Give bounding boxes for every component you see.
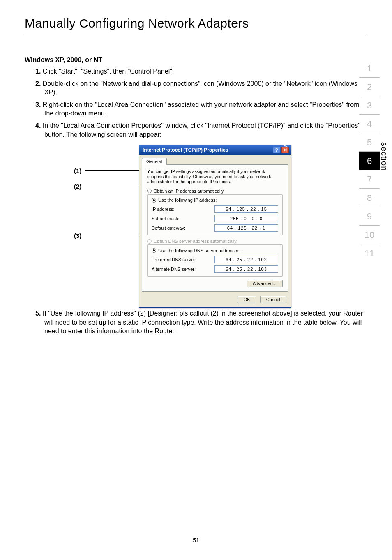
dns-group: Use the following DNS server addresses: … bbox=[147, 244, 283, 277]
callout-2: (2) bbox=[74, 183, 81, 189]
step-3-text: Right-click on the "Local Area Connectio… bbox=[41, 101, 359, 117]
callout-2-line bbox=[85, 186, 140, 186]
ip-group: Use the following IP address: IP address… bbox=[147, 194, 283, 236]
preferred-dns-field[interactable]: 64 . 25 . 22 . 102 bbox=[214, 256, 278, 263]
subnet-mask-field[interactable]: 255 . 0 . 0 . 0 bbox=[214, 215, 278, 222]
radio-use-dns-label: Use the following DNS server addresses: bbox=[158, 248, 241, 253]
radio-use-dns[interactable]: Use the following DNS server addresses: bbox=[150, 248, 242, 253]
radio-use-ip-label: Use the following IP address: bbox=[158, 198, 217, 203]
radio-icon bbox=[152, 198, 156, 203]
help-button[interactable]: ? bbox=[273, 147, 280, 153]
ok-button[interactable]: OK bbox=[238, 296, 256, 303]
advanced-button[interactable]: Advanced... bbox=[247, 280, 283, 287]
step-4-text: In the "Local Area Connection Properties… bbox=[41, 122, 360, 138]
step-3: 3. Right-click on the "Local Area Connec… bbox=[25, 100, 367, 118]
tabstrip: General bbox=[139, 155, 291, 164]
step-2-num: 2. bbox=[35, 80, 41, 87]
section-9[interactable]: 9 bbox=[359, 207, 380, 226]
tcpip-properties-dialog: Internet Protocol (TCP/IP) Properties ↖ … bbox=[139, 145, 291, 308]
step-1-text: Click "Start", "Settings", then "Control… bbox=[41, 68, 174, 75]
page-number: 51 bbox=[0, 537, 392, 544]
callout-1: (1) bbox=[74, 168, 81, 174]
step-3-num: 3. bbox=[35, 101, 41, 108]
page-title: Manually Configuring Network Adapters bbox=[25, 16, 367, 30]
steps-list-cont: 5. If "Use the following IP address" (2)… bbox=[25, 309, 367, 336]
callout-3: (3) bbox=[74, 233, 81, 239]
steps-list: 1. Click "Start", "Settings", then "Cont… bbox=[25, 67, 367, 139]
step-4: 4. In the "Local Area Connection Propert… bbox=[25, 121, 367, 139]
default-gateway-field[interactable]: 64 . 125 . 22 . 1 bbox=[214, 224, 278, 232]
section-7[interactable]: 7 bbox=[359, 170, 380, 189]
tab-panel: You can get IP settings assigned automat… bbox=[142, 164, 288, 292]
step-4-num: 4. bbox=[35, 122, 41, 129]
radio-icon bbox=[147, 189, 152, 193]
callout-3-line bbox=[85, 235, 140, 235]
radio-icon bbox=[147, 239, 152, 244]
alternate-dns-field[interactable]: 64 . 25 . 22 . 103 bbox=[214, 265, 278, 273]
radio-icon bbox=[152, 248, 156, 253]
step-5-num: 5. bbox=[35, 310, 41, 317]
alternate-dns-label: Alternate DNS server: bbox=[152, 267, 196, 272]
dialog-title: Internet Protocol (TCP/IP) Properties bbox=[143, 147, 228, 153]
step-2-text: Double-click on the "Network and dial-up… bbox=[41, 80, 357, 96]
radio-obtain-ip[interactable]: Obtain an IP address automatically bbox=[147, 189, 283, 194]
subnet-mask-label: Subnet mask: bbox=[152, 216, 179, 221]
dialog-area: (1) (2) (3) Internet Protocol (TCP/IP) P… bbox=[25, 145, 367, 305]
title-rule bbox=[25, 33, 367, 33]
radio-obtain-dns: Obtain DNS server address automatically bbox=[147, 239, 283, 244]
section-5[interactable]: 5 bbox=[359, 133, 380, 152]
os-subheading: Windows XP, 2000, or NT bbox=[25, 56, 367, 64]
radio-obtain-ip-label: Obtain an IP address automatically bbox=[154, 189, 224, 194]
section-6[interactable]: 6 bbox=[359, 152, 380, 170]
dialog-description: You can get IP settings assigned automat… bbox=[147, 169, 283, 184]
radio-use-ip[interactable]: Use the following IP address: bbox=[150, 198, 218, 203]
callout-1-line bbox=[85, 170, 140, 171]
section-8[interactable]: 8 bbox=[359, 189, 380, 207]
ip-address-field[interactable]: 64 . 125 . 22 . 15 bbox=[214, 205, 278, 213]
step-5-text: If "Use the following IP address" (2) [D… bbox=[41, 310, 363, 334]
preferred-dns-label: Preferred DNS server: bbox=[152, 257, 196, 262]
tab-general[interactable]: General bbox=[142, 158, 167, 165]
step-2: 2. Double-click on the "Network and dial… bbox=[25, 79, 367, 97]
titlebar[interactable]: Internet Protocol (TCP/IP) Properties ↖ … bbox=[139, 145, 291, 155]
section-3[interactable]: 3 bbox=[359, 96, 380, 115]
step-5: 5. If "Use the following IP address" (2)… bbox=[25, 309, 367, 336]
section-10[interactable]: 10 bbox=[359, 226, 380, 244]
ip-address-label: IP address: bbox=[152, 207, 174, 212]
default-gateway-label: Default gateway: bbox=[152, 226, 185, 230]
section-label: section bbox=[379, 142, 389, 171]
cancel-button[interactable]: Cancel bbox=[260, 296, 286, 303]
radio-obtain-dns-label: Obtain DNS server address automatically bbox=[154, 239, 237, 244]
section-nav: 1 2 3 4 5 6 7 8 9 10 11 bbox=[359, 59, 380, 262]
section-4[interactable]: 4 bbox=[359, 115, 380, 133]
step-1: 1. Click "Start", "Settings", then "Cont… bbox=[25, 67, 367, 76]
section-11[interactable]: 11 bbox=[359, 244, 380, 262]
step-1-num: 1. bbox=[35, 68, 41, 75]
section-2[interactable]: 2 bbox=[359, 78, 380, 96]
section-1[interactable]: 1 bbox=[359, 59, 380, 78]
